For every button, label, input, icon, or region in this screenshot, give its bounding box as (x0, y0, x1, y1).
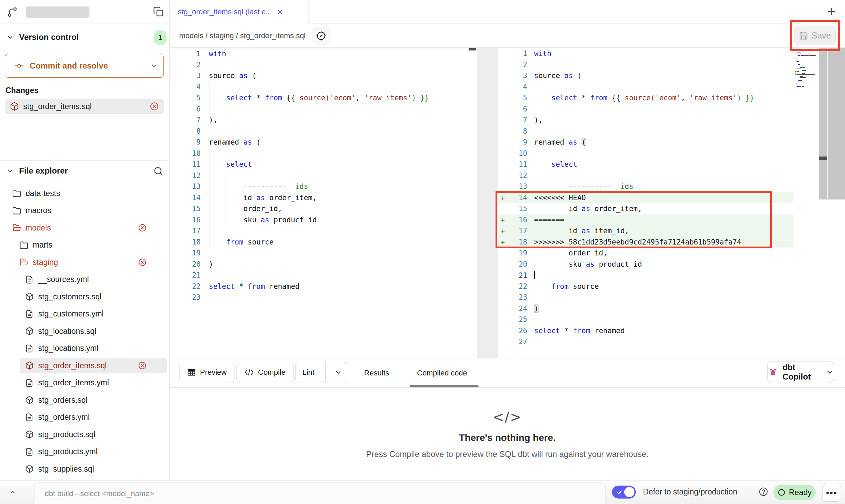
discard-change-icon[interactable] (149, 102, 159, 111)
code-line-10[interactable]: 10 (170, 148, 468, 159)
file-tree-item-stg-orders-yml[interactable]: stg_orders.yml (0, 409, 169, 426)
file-tree-item-stg-order-items-sql[interactable]: stg_order_items.sql (0, 357, 169, 374)
code-line-2[interactable]: 2 (170, 59, 468, 71)
preview-button[interactable]: Preview (179, 362, 234, 383)
code-line-19[interactable]: 19 order_id, (498, 248, 793, 259)
file-tree-item-models[interactable]: models (0, 219, 169, 237)
code-line-9[interactable]: 9renamed as ( (498, 137, 793, 148)
code-line-3[interactable]: 3source as ( (170, 70, 468, 81)
file-tree-item-stg-order-items-yml[interactable]: stg_order_items.yml (0, 374, 169, 392)
code-line-8[interactable]: 8 (498, 126, 793, 137)
file-tree-item--sources-yml[interactable]: __sources.yml (0, 271, 169, 288)
file-tree-item-marts[interactable]: marts (0, 237, 169, 254)
code-line-12[interactable]: 12 (498, 170, 793, 181)
help-icon[interactable] (758, 487, 769, 497)
git-branch-icon[interactable] (7, 6, 18, 18)
lint-options-caret[interactable] (330, 362, 347, 383)
code-line-1[interactable]: 1with (170, 48, 468, 59)
file-tree-item-stg-supplies-sql[interactable]: stg_supplies.sql (0, 460, 169, 478)
code-line-27[interactable]: 27 (498, 336, 793, 347)
lint-label[interactable]: Lint (296, 362, 321, 383)
commit-and-resolve-button[interactable]: Commit and resolve (5, 54, 164, 78)
lint-button[interactable]: Lint (295, 362, 347, 383)
editor-pane-original[interactable]: 1with23source as (45 select * from {{ so… (170, 48, 468, 358)
file-tree-item-stg-products-yml[interactable]: stg_products.yml (0, 443, 169, 461)
file-tree-item-stg-customers-yml[interactable]: stg_customers.yml (0, 306, 169, 323)
code-line-24[interactable]: 24) (498, 303, 793, 314)
more-options-button[interactable]: ••• (822, 484, 841, 502)
discard-change-icon[interactable] (138, 361, 147, 370)
left-pane-scrollbar-thumb[interactable] (469, 48, 476, 50)
code-line-21[interactable]: 21 (498, 270, 793, 281)
expand-command-panel-icon[interactable] (8, 488, 17, 497)
dbt-copilot-button[interactable]: dbt Copilot (767, 361, 834, 383)
version-control-header[interactable]: Version control (6, 30, 79, 44)
changed-file-row[interactable]: stg_order_items.sql (5, 99, 164, 114)
code-line-23[interactable]: 23 (498, 292, 793, 303)
command-input[interactable]: dbt build --select <model_name> (34, 483, 606, 504)
code-line-8[interactable]: 8 (170, 126, 468, 137)
code-line-13[interactable]: 13 ---------- ids (170, 181, 468, 192)
code-line-19[interactable]: 19 (170, 248, 468, 259)
code-line-20[interactable]: 20) (170, 259, 468, 270)
compile-button[interactable]: Compile (237, 362, 293, 383)
copy-icon[interactable] (153, 6, 164, 17)
file-tree-item-staging[interactable]: staging (0, 254, 169, 271)
code-line-7[interactable]: 7), (498, 115, 793, 126)
code-line-7[interactable]: 7), (170, 115, 468, 126)
code-line-11[interactable]: 11 select (170, 159, 468, 170)
code-line-3[interactable]: 3source as ( (498, 70, 793, 81)
diff-marker (498, 170, 510, 181)
editor-scrollbar[interactable] (828, 48, 845, 199)
commit-and-resolve-main[interactable]: Commit and resolve (5, 54, 145, 77)
lineage-compass-icon[interactable] (312, 27, 330, 45)
code-line-22[interactable]: 22select * from renamed (170, 281, 468, 292)
code-line-25[interactable]: 25 (498, 314, 793, 325)
file-tree-item-data-tests[interactable]: data-tests (0, 185, 169, 202)
close-tab-icon[interactable]: × (277, 7, 283, 17)
code-line-16[interactable]: 16 sku as product_id (170, 214, 468, 226)
code-line-11[interactable]: 11 select (498, 159, 793, 170)
file-explorer-header[interactable]: File explorer (6, 163, 164, 179)
discard-change-icon[interactable] (138, 258, 147, 267)
overview-ruler[interactable] (819, 48, 827, 199)
code-line-9[interactable]: 9renamed as ( (170, 137, 468, 148)
code-line-10[interactable]: 10 (498, 148, 793, 159)
code-line-22[interactable]: 22 from source (498, 281, 793, 292)
code-line-1[interactable]: 1with (498, 48, 793, 59)
commit-options-caret[interactable] (145, 54, 163, 77)
code-line-21[interactable]: 21 (170, 270, 468, 281)
code-line-6[interactable]: 6 (498, 104, 793, 115)
file-tree-item-stg-products-sql[interactable]: stg_products.sql (0, 426, 169, 443)
save-button[interactable]: Save (794, 26, 836, 45)
tab-results[interactable]: Results (364, 358, 389, 387)
file-tree-item-macros[interactable]: macros (0, 202, 169, 220)
code-line-4[interactable]: 4 (498, 81, 793, 93)
new-tab-button[interactable]: + (828, 5, 835, 18)
left-pane-scrollbar[interactable] (468, 48, 477, 358)
file-tree-item-stg-locations-yml[interactable]: stg_locations.yml (0, 340, 169, 357)
tab-compiled-code[interactable]: Compiled code (417, 358, 467, 387)
code-line-5[interactable]: 5 select * from {{ source('ecom', 'raw_i… (170, 92, 468, 104)
code-line-13[interactable]: 13 ---------- ids (498, 181, 793, 192)
code-line-5[interactable]: 5 select * from {{ source('ecom', 'raw_i… (498, 92, 793, 104)
code-line-15[interactable]: 15 order_id, (170, 203, 468, 214)
code-line-20[interactable]: 20 sku as product_id (498, 259, 793, 270)
code-line-12[interactable]: 12 (170, 170, 468, 181)
code-line-23[interactable]: 23 (170, 292, 468, 303)
code-line-17[interactable]: 17 (170, 225, 468, 237)
defer-toggle[interactable] (612, 486, 636, 499)
tab-stg-order-items[interactable]: stg_order_items.sql (last c... × (170, 0, 309, 24)
file-tree-item-stg-locations-sql[interactable]: stg_locations.sql (0, 323, 169, 340)
code-line-18[interactable]: 18 from source (170, 237, 468, 248)
code-line-26[interactable]: 26select * from renamed (498, 325, 793, 337)
minimap[interactable] (793, 48, 818, 358)
code-line-2[interactable]: 2 (498, 59, 793, 71)
code-line-14[interactable]: 14 id as order_item, (170, 192, 468, 204)
code-line-4[interactable]: 4 (170, 81, 468, 93)
discard-change-icon[interactable] (138, 223, 147, 232)
search-icon[interactable] (153, 166, 164, 177)
code-line-6[interactable]: 6 (170, 104, 468, 115)
file-tree-item-stg-customers-sql[interactable]: stg_customers.sql (0, 288, 169, 306)
file-tree-item-stg-orders-sql[interactable]: stg_orders.sql (0, 391, 169, 409)
